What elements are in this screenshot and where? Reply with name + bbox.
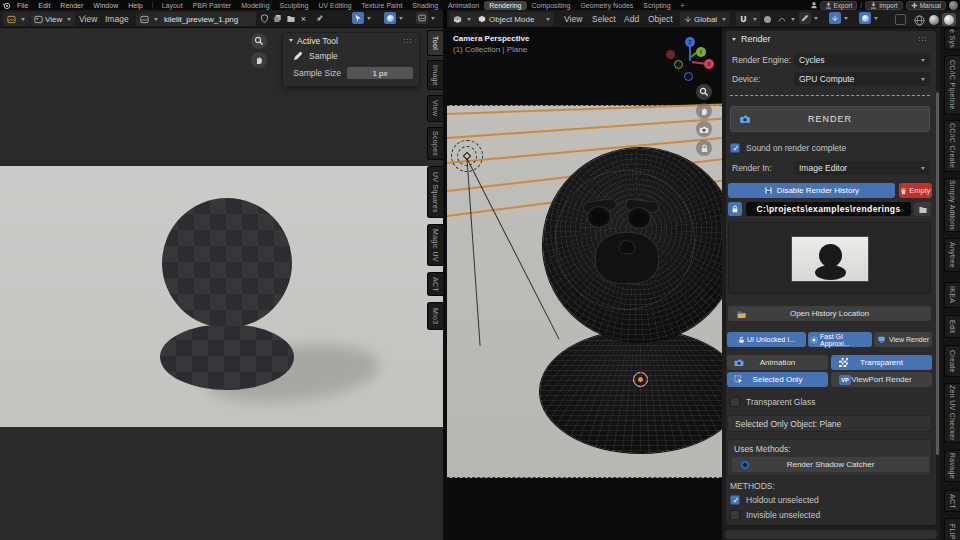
image-name-field[interactable]: kilelit_preview_1.png <box>160 12 256 26</box>
workspace-tab-texture-paint[interactable]: Texture Paint <box>356 1 407 10</box>
empty-history-button[interactable]: Empty <box>899 183 932 198</box>
zoom-tool-button[interactable] <box>251 33 267 49</box>
sidebar-tab-ravage[interactable]: Ravage <box>944 450 960 482</box>
ie-tab-uv-squares[interactable]: UV Squares <box>427 166 443 218</box>
vp-menu-object[interactable]: Object <box>643 10 678 28</box>
image-display-dropdown[interactable] <box>416 12 435 24</box>
blender-logo-icon[interactable] <box>0 0 12 10</box>
panel-collapse-chevron[interactable] <box>289 39 293 42</box>
sidebar-tab-e-sys[interactable]: e Sys <box>944 28 960 50</box>
extensions-icon[interactable] <box>949 1 958 10</box>
sidebar-tab-flip-fluids[interactable]: FLIP Flu <box>944 518 960 540</box>
workspace-tab-pbr-painter[interactable]: PBR Painter <box>188 1 237 10</box>
unlink-x-icon[interactable]: × <box>298 13 309 24</box>
next-panel-header[interactable] <box>725 530 937 539</box>
mode-dropdown[interactable]: Object Mode <box>474 12 554 26</box>
view-gizmo-dropdown[interactable]: View <box>30 12 75 26</box>
workspace-tab-geometry-nodes[interactable]: Geometry Nodes <box>575 1 638 10</box>
annotate-dropdown[interactable] <box>799 12 818 24</box>
fast-gi-button[interactable]: Fast GI Approxi... <box>808 332 872 347</box>
ie-tab-tool[interactable]: Tool <box>427 30 443 56</box>
orientation-dropdown[interactable]: Global <box>680 12 730 26</box>
viewport-3d[interactable]: Camera Perspective (1) Collection | Plan… <box>447 28 722 540</box>
sidebar-tab-edit[interactable]: Edit <box>944 315 960 338</box>
transparent-button[interactable]: Transparent <box>831 355 932 370</box>
menu-help[interactable]: Help <box>123 0 147 10</box>
render-panel-collapse[interactable] <box>732 38 736 41</box>
image-editor[interactable]: Active Tool Sample Sample Size 1 px Tool… <box>0 28 443 540</box>
ie-menu-image[interactable]: Image <box>100 10 134 28</box>
sound-checkbox[interactable] <box>730 143 740 153</box>
vp-menu-select[interactable]: Select <box>587 10 621 28</box>
workspace-tab-layout[interactable]: Layout <box>157 1 188 10</box>
export-button[interactable]: Export <box>820 1 858 10</box>
render-panel-grip[interactable] <box>918 36 928 42</box>
vp-menu-add[interactable]: Add <box>619 10 644 28</box>
gizmo-axis-z[interactable]: Z <box>685 37 695 47</box>
ie-tab-magic-uv[interactable]: Magic UV <box>427 224 443 266</box>
holdout-checkbox[interactable] <box>730 495 740 505</box>
workspace-tab-animation[interactable]: Animation <box>443 1 484 10</box>
display-channels-dropdown[interactable] <box>352 12 371 24</box>
render-in-dropdown[interactable]: Image Editor <box>794 161 930 175</box>
shading-solid-icon[interactable] <box>928 14 940 26</box>
menu-window[interactable]: Window <box>88 0 123 10</box>
proportional-editing-icon[interactable] <box>764 16 771 23</box>
panel-grip-icon[interactable] <box>403 38 413 44</box>
duplicate-icon[interactable] <box>272 13 283 24</box>
import-button[interactable]: Import <box>865 1 902 10</box>
workspace-tab-shading[interactable]: Shading <box>407 1 443 10</box>
ie-menu-view[interactable]: View <box>74 10 102 28</box>
workspace-tab-sculpting[interactable]: Sculpting <box>275 1 314 10</box>
menu-render[interactable]: Render <box>55 0 88 10</box>
pan-tool-button[interactable] <box>251 52 267 68</box>
editor-type-dropdown[interactable] <box>3 12 29 26</box>
invisible-checkbox[interactable] <box>730 510 740 520</box>
gizmos-dropdown[interactable] <box>829 12 848 24</box>
browse-folder-icon[interactable] <box>285 13 296 24</box>
animation-button[interactable]: Animation <box>727 355 828 370</box>
gizmo-axis-z-neg[interactable] <box>684 72 693 81</box>
image-canvas[interactable] <box>0 166 443 427</box>
menu-file[interactable]: File <box>12 0 33 10</box>
disable-history-button[interactable]: Disable Render History <box>728 183 895 198</box>
ie-tab-act[interactable]: ACT <box>427 272 443 296</box>
shading-rendered-icon[interactable] <box>942 13 956 26</box>
viewport-pan-button[interactable] <box>696 103 712 119</box>
sidebar-tab-ccic-pipeline[interactable]: CC/iC Pipeline <box>944 55 960 115</box>
workspace-tab-compositing[interactable]: Compositing <box>527 1 576 10</box>
navigation-gizmo[interactable]: Z Y X <box>665 36 717 88</box>
ie-tab-image[interactable]: Image <box>427 60 443 90</box>
shading-sphere-dropdown[interactable] <box>384 12 403 24</box>
overlays-dropdown[interactable] <box>859 12 878 24</box>
view-render-button[interactable]: View Render <box>874 332 932 347</box>
viewport-render-button[interactable]: VP ViewPort Render <box>831 372 932 387</box>
menu-edit[interactable]: Edit <box>33 0 55 10</box>
viewport-lock-button[interactable] <box>696 140 712 156</box>
sidebar-tab-act[interactable]: ACT <box>944 490 960 512</box>
image-datablock-dropdown[interactable] <box>136 12 162 26</box>
output-path-field[interactable]: C:\projects\examples\renderings <box>746 202 911 216</box>
sidebar-tab-create[interactable]: Create <box>944 345 960 377</box>
ie-tab-view[interactable]: View <box>427 95 443 122</box>
editor-type-3d-dropdown[interactable] <box>450 12 474 26</box>
proportional-falloff-dropdown[interactable] <box>775 12 798 26</box>
manual-button[interactable]: Manual <box>906 1 946 10</box>
workspace-tab-rendering[interactable]: Rendering <box>484 1 526 10</box>
device-dropdown[interactable]: GPU Compute <box>794 72 930 86</box>
sidebar-tab-ikea[interactable]: IKEA <box>944 282 960 308</box>
ie-tab-scopes[interactable]: Scopes <box>427 127 443 160</box>
ie-tab-mio3[interactable]: Mio3 <box>427 302 443 330</box>
path-browse-button[interactable] <box>914 202 931 216</box>
open-history-location-button[interactable]: Open History Location <box>728 306 931 321</box>
selected-only-button[interactable]: Selected Only <box>727 372 828 387</box>
gizmo-axis-x-neg[interactable] <box>666 50 675 59</box>
shading-wireframe-icon[interactable] <box>913 14 925 26</box>
sidebar-tab-zen-uv-checker[interactable]: Zen UV Checker <box>944 383 960 443</box>
xray-toggle-icon[interactable] <box>895 14 906 25</box>
history-thumbnail[interactable] <box>791 236 869 282</box>
render-button[interactable]: RENDER <box>730 106 930 132</box>
workspace-tab-uv-editing[interactable]: UV Editing <box>313 1 356 10</box>
gizmo-axis-y[interactable]: Y <box>696 47 706 57</box>
sidebar-tab-simply-addons[interactable]: Simply Addons <box>944 178 960 232</box>
